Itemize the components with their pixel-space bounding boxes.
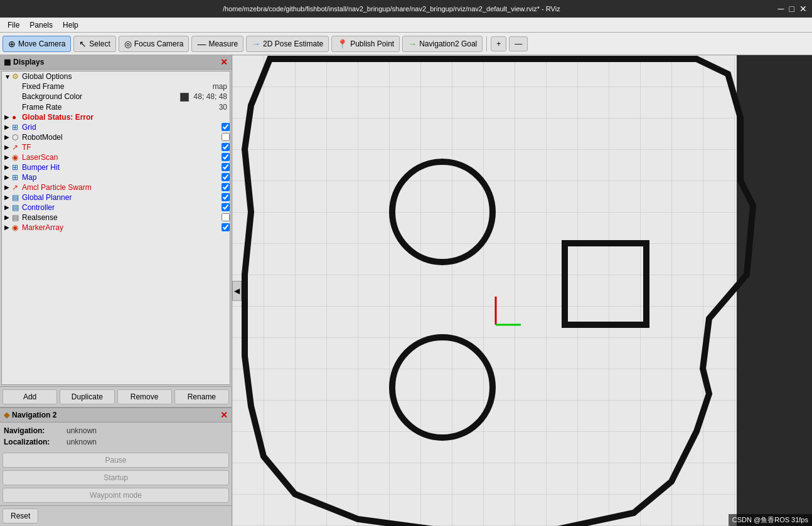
bumper-hit-expand[interactable]: ▶	[4, 164, 12, 171]
menu-file[interactable]: File	[3, 19, 24, 31]
navigation-label: Navigation:	[4, 426, 67, 435]
amcl-expand[interactable]: ▶	[4, 184, 12, 191]
viewport-collapse-arrow[interactable]: ◀	[232, 281, 242, 301]
global-status-expand[interactable]: ▶	[4, 113, 12, 120]
global-options-expand[interactable]: ▼	[4, 73, 12, 80]
robot-model-label: RobotModel	[22, 133, 219, 142]
select-button[interactable]: ↖ Select	[73, 36, 115, 52]
zoom-in-button[interactable]: +	[491, 36, 506, 51]
navigation-panel: ◆ Navigation 2 ✕ Navigation: unknown Loc…	[0, 407, 232, 505]
map-expand[interactable]: ▶	[4, 174, 12, 181]
reset-area: Reset	[0, 505, 232, 526]
robot-model-expand[interactable]: ▶	[4, 134, 12, 140]
add-button[interactable]: Add	[3, 389, 57, 404]
global-planner-row[interactable]: ▶ ▤ Global Planner	[2, 192, 230, 203]
focus-camera-label: Focus Camera	[134, 39, 184, 48]
reset-button[interactable]: Reset	[3, 508, 38, 523]
viewport[interactable]: ◀ CSDN @鱼香ROS 31fps	[232, 55, 812, 526]
marker-array-checkbox[interactable]	[222, 223, 230, 231]
nav2-goal-button[interactable]: → Navigation2 Goal	[402, 36, 483, 52]
nav-icon: ◆	[4, 411, 9, 419]
grid-label: Grid	[22, 123, 219, 132]
grid-expand[interactable]: ▶	[4, 124, 12, 130]
main-layout: ▦ Displays ✕ ▼ ⚙ Global Options Fixed Fr…	[0, 55, 812, 526]
nav-close-button[interactable]: ✕	[220, 410, 228, 420]
frame-rate-value[interactable]: 30	[219, 103, 230, 112]
marker-array-expand[interactable]: ▶	[4, 224, 12, 231]
bumper-hit-checkbox[interactable]	[222, 163, 230, 171]
duplicate-button[interactable]: Duplicate	[60, 389, 114, 404]
laser-scan-checkbox[interactable]	[222, 153, 230, 161]
status-text: CSDN @鱼香ROS 31fps	[732, 516, 808, 523]
move-camera-icon: ⊕	[8, 39, 16, 49]
waypoint-mode-button[interactable]: Waypoint mode	[3, 488, 229, 503]
global-planner-expand[interactable]: ▶	[4, 194, 12, 201]
laser-scan-expand[interactable]: ▶	[4, 154, 12, 160]
global-options-row[interactable]: ▼ ⚙ Global Options	[2, 71, 230, 82]
marker-array-row[interactable]: ▶ ◉ MarkerArray	[2, 223, 230, 233]
startup-button[interactable]: Startup	[3, 470, 229, 485]
pause-button[interactable]: Pause	[3, 453, 229, 468]
displays-title: Displays	[13, 58, 44, 66]
realsense-expand[interactable]: ▶	[4, 214, 12, 221]
grid-icon: ⊞	[12, 123, 22, 132]
tf-checkbox[interactable]	[222, 143, 230, 151]
realsense-icon: ▤	[12, 213, 22, 222]
bg-color-swatch	[180, 93, 189, 102]
2d-pose-button[interactable]: → 2D Pose Estimate	[246, 36, 329, 52]
map-rectangle	[565, 243, 646, 325]
publish-point-button[interactable]: 📍 Publish Point	[331, 36, 400, 52]
focus-camera-icon: ◎	[124, 39, 132, 49]
move-camera-button[interactable]: ⊕ Move Camera	[3, 36, 71, 52]
zoom-in-icon: +	[496, 39, 501, 48]
displays-close-button[interactable]: ✕	[220, 57, 228, 67]
global-planner-label: Global Planner	[22, 193, 219, 202]
minimize-button[interactable]: ─	[778, 4, 784, 14]
amcl-checkbox[interactable]	[222, 183, 230, 191]
laser-scan-row[interactable]: ▶ ◉ LaserScan	[2, 152, 230, 162]
localization-value: unknown	[67, 438, 97, 446]
rename-button[interactable]: Rename	[174, 389, 229, 404]
close-button[interactable]: ✕	[799, 4, 807, 14]
focus-camera-button[interactable]: ◎ Focus Camera	[119, 36, 190, 52]
measure-icon: ―	[197, 39, 206, 49]
laser-scan-label: LaserScan	[22, 153, 219, 162]
grid-checkbox[interactable]	[222, 123, 230, 131]
global-status-row[interactable]: ▶ ● Global Status: Error	[2, 112, 230, 122]
menu-help[interactable]: Help	[58, 19, 83, 31]
remove-button[interactable]: Remove	[117, 389, 172, 404]
navigation-value: unknown	[67, 426, 97, 435]
nav-buttons: Pause Startup Waypoint mode	[0, 450, 232, 505]
amcl-icon: ↗	[12, 183, 22, 192]
maximize-button[interactable]: □	[789, 4, 794, 14]
realsense-row[interactable]: ▶ ▤ Realsense	[2, 213, 230, 223]
bumper-hit-row[interactable]: ▶ ⊞ Bumper Hit	[2, 162, 230, 172]
bg-color-value[interactable]: 48; 48; 48	[180, 92, 230, 102]
map-row[interactable]: ▶ ⊞ Map	[2, 172, 230, 182]
localization-label: Localization:	[4, 438, 67, 446]
measure-label: Measure	[208, 39, 238, 48]
global-planner-checkbox[interactable]	[222, 193, 230, 201]
fixed-frame-value[interactable]: map	[213, 82, 230, 91]
robot-model-row[interactable]: ▶ ⬡ RobotModel	[2, 132, 230, 142]
map-checkbox[interactable]	[222, 173, 230, 181]
nav2-goal-icon: →	[408, 39, 417, 49]
realsense-checkbox[interactable]	[222, 213, 230, 221]
menubar: File Panels Help	[0, 18, 812, 33]
menu-panels[interactable]: Panels	[24, 19, 58, 31]
publish-point-icon: 📍	[337, 39, 348, 49]
controller-checkbox[interactable]	[222, 203, 230, 211]
robot-model-checkbox[interactable]	[222, 133, 230, 141]
zoom-out-button[interactable]: —	[509, 36, 528, 51]
controller-expand[interactable]: ▶	[4, 204, 12, 211]
grid-row[interactable]: ▶ ⊞ Grid	[2, 122, 230, 132]
measure-button[interactable]: ― Measure	[191, 36, 243, 52]
tf-row[interactable]: ▶ ↗ TF	[2, 142, 230, 152]
tf-expand[interactable]: ▶	[4, 144, 12, 150]
controller-label: Controller	[22, 203, 219, 212]
controller-row[interactable]: ▶ ▤ Controller	[2, 203, 230, 213]
displays-tree: ▼ ⚙ Global Options Fixed Frame map Backg…	[1, 71, 230, 385]
toolbar-separator	[486, 36, 487, 51]
amcl-row[interactable]: ▶ ↗ Amcl Particle Swarm	[2, 182, 230, 192]
select-icon: ↖	[79, 39, 87, 49]
